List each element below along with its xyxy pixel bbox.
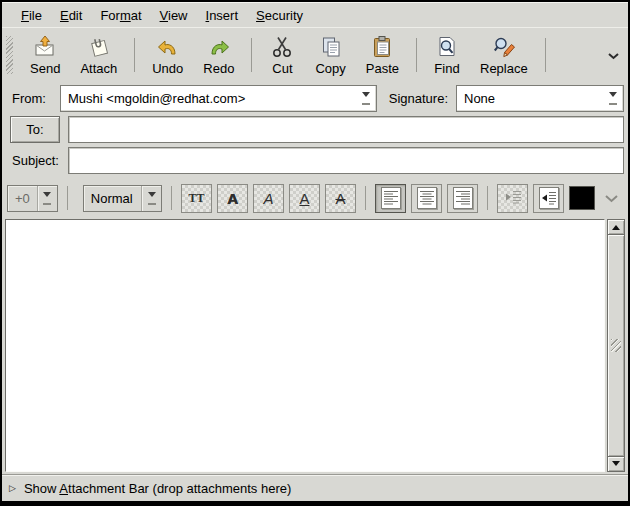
arrow-down-icon bbox=[612, 461, 620, 470]
indent-icon bbox=[539, 187, 559, 209]
font-size-select[interactable]: +0 bbox=[7, 185, 58, 212]
menu-edit[interactable]: Edit bbox=[51, 5, 91, 26]
redo-button[interactable]: Redo bbox=[193, 31, 244, 79]
send-label: Send bbox=[30, 61, 60, 76]
copy-label: Copy bbox=[315, 61, 345, 76]
italic-toggle-button[interactable]: A bbox=[253, 184, 284, 213]
attach-icon bbox=[86, 34, 112, 60]
strikethrough-toggle-button[interactable]: A bbox=[325, 184, 356, 213]
align-right-button[interactable] bbox=[447, 184, 478, 213]
menu-bar: File Edit Format View Insert Security bbox=[2, 2, 628, 27]
undo-label: Undo bbox=[152, 61, 183, 76]
menu-view[interactable]: View bbox=[151, 5, 197, 26]
menu-file[interactable]: File bbox=[12, 5, 51, 26]
from-value: Mushi <mgoldin@redhat.com> bbox=[61, 91, 356, 106]
copy-button[interactable]: Copy bbox=[305, 31, 355, 79]
cut-button[interactable]: Cut bbox=[259, 31, 305, 79]
paste-label: Paste bbox=[366, 61, 399, 76]
to-input[interactable] bbox=[68, 116, 624, 143]
compose-mail-window: File Edit Format View Insert Security Se… bbox=[0, 0, 630, 506]
to-row: To: bbox=[6, 116, 624, 143]
chevron-down-icon bbox=[604, 189, 619, 206]
align-center-button[interactable] bbox=[411, 184, 442, 213]
paste-button[interactable]: Paste bbox=[356, 31, 409, 79]
align-left-button[interactable] bbox=[375, 184, 406, 213]
dropdown-arrow-icon bbox=[356, 92, 376, 105]
toolbar-separator bbox=[545, 38, 546, 72]
dropdown-arrow-icon bbox=[141, 186, 161, 211]
underline-toggle-button[interactable]: A bbox=[289, 184, 320, 213]
replace-button[interactable]: Replace bbox=[470, 31, 538, 79]
format-separator bbox=[487, 186, 488, 210]
indent-button[interactable] bbox=[533, 184, 564, 213]
replace-icon bbox=[491, 34, 517, 60]
send-button[interactable]: Send bbox=[20, 31, 70, 79]
toolbar-overflow-button[interactable] bbox=[605, 42, 622, 68]
scrollbar-thumb[interactable] bbox=[607, 235, 625, 456]
undo-button[interactable]: Undo bbox=[142, 31, 193, 79]
align-right-icon bbox=[453, 187, 473, 209]
paragraph-style-value: Normal bbox=[84, 186, 141, 211]
editor-scrollbar[interactable] bbox=[607, 219, 625, 472]
from-label: From: bbox=[6, 91, 60, 106]
italic-icon: A bbox=[263, 190, 273, 207]
typewriter-icon: TT bbox=[188, 191, 204, 206]
redo-icon bbox=[206, 34, 232, 60]
toolbar-grip-handle[interactable] bbox=[6, 36, 13, 74]
align-center-icon bbox=[417, 187, 437, 209]
unindent-icon bbox=[503, 187, 523, 210]
expander-triangle-icon: ▷ bbox=[9, 484, 16, 493]
redo-label: Redo bbox=[203, 61, 234, 76]
scroll-down-button[interactable] bbox=[607, 456, 625, 472]
unindent-button[interactable] bbox=[497, 184, 528, 213]
scrollbar-grip-icon bbox=[611, 339, 621, 352]
cut-label: Cut bbox=[272, 61, 292, 76]
dropdown-arrow-icon bbox=[603, 92, 623, 105]
arrow-up-icon bbox=[612, 221, 620, 230]
chevron-down-icon bbox=[607, 46, 620, 63]
send-icon bbox=[32, 34, 58, 60]
format-separator bbox=[365, 186, 366, 210]
format-separator bbox=[67, 186, 68, 210]
cut-icon bbox=[269, 34, 295, 60]
strikethrough-icon: A bbox=[335, 190, 345, 207]
menu-format[interactable]: Format bbox=[91, 5, 150, 26]
paste-icon bbox=[369, 34, 395, 60]
message-editor bbox=[2, 218, 628, 474]
to-button[interactable]: To: bbox=[10, 116, 60, 143]
align-left-icon bbox=[381, 187, 401, 209]
underline-icon: A bbox=[299, 190, 309, 207]
dropdown-arrow-icon bbox=[37, 186, 57, 211]
bold-icon: A bbox=[227, 190, 238, 207]
from-row: From: Mushi <mgoldin@redhat.com> Signatu… bbox=[6, 85, 624, 112]
font-size-value: +0 bbox=[8, 186, 37, 211]
toolbar-separator bbox=[134, 38, 135, 72]
subject-input[interactable] bbox=[68, 147, 624, 174]
bold-toggle-button[interactable]: A bbox=[217, 184, 248, 213]
typewriter-toggle-button[interactable]: TT bbox=[181, 184, 212, 213]
subject-row: Subject: bbox=[6, 147, 624, 174]
text-color-swatch-button[interactable] bbox=[569, 186, 595, 210]
header-fields: From: Mushi <mgoldin@redhat.com> Signatu… bbox=[2, 82, 628, 178]
subject-label: Subject: bbox=[6, 153, 60, 168]
attach-button[interactable]: Attach bbox=[70, 31, 127, 79]
toolbar-spacer bbox=[553, 31, 605, 79]
paragraph-style-select[interactable]: Normal bbox=[83, 185, 162, 212]
attachment-bar-label: Show Attachment Bar (drop attachments he… bbox=[24, 481, 291, 496]
find-button[interactable]: Find bbox=[424, 31, 470, 79]
attach-label: Attach bbox=[80, 61, 117, 76]
copy-icon bbox=[318, 34, 344, 60]
find-label: Find bbox=[434, 61, 459, 76]
from-select[interactable]: Mushi <mgoldin@redhat.com> bbox=[60, 85, 377, 112]
message-body-input[interactable] bbox=[5, 219, 605, 472]
scroll-up-button[interactable] bbox=[607, 219, 625, 235]
signature-select[interactable]: None bbox=[456, 85, 624, 112]
attachment-bar-expander[interactable]: ▷ Show Attachment Bar (drop attachments … bbox=[2, 474, 628, 501]
format-toolbar: +0 Normal TT A A A A bbox=[2, 178, 628, 218]
formatbar-overflow-button[interactable] bbox=[600, 189, 623, 207]
menu-security[interactable]: Security bbox=[247, 5, 312, 26]
signature-label: Signature: bbox=[377, 91, 456, 106]
main-toolbar: Send Attach Undo Redo Cut bbox=[2, 27, 628, 82]
replace-label: Replace bbox=[480, 61, 528, 76]
menu-insert[interactable]: Insert bbox=[197, 5, 248, 26]
